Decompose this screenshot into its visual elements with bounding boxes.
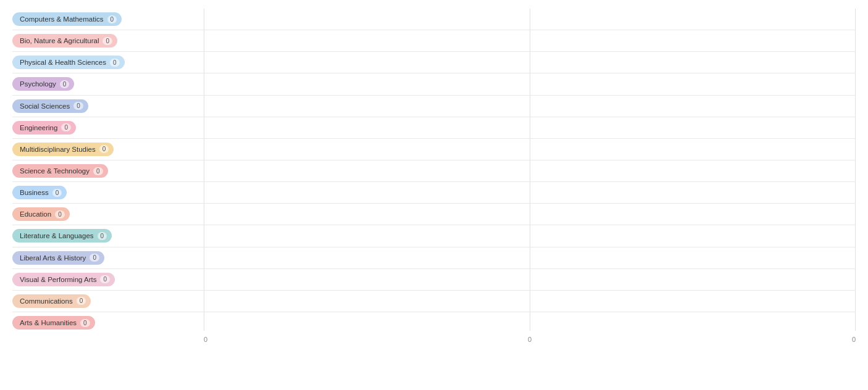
pill-value-psychology: 0 [60, 80, 70, 88]
bar-row-social-sciences: Social Sciences0 [12, 96, 856, 117]
label-area-physical-health: Physical & Health Sciences0 [12, 56, 204, 69]
bar-area-social-sciences [204, 99, 856, 113]
pill-value-education: 0 [55, 210, 65, 218]
pill-label-science-tech: Science & Technology [20, 167, 90, 175]
pill-label-physical-health: Physical & Health Sciences [20, 59, 106, 66]
pill-label-literature-languages: Literature & Languages [20, 232, 94, 239]
label-area-computers-math: Computers & Mathematics0 [12, 12, 204, 26]
bar-row-literature-languages: Literature & Languages0 [12, 225, 856, 247]
pill-value-social-sciences: 0 [73, 102, 83, 110]
pill-label-arts-humanities: Arts & Humanities [20, 319, 77, 326]
pill-label-computers-math: Computers & Mathematics [20, 15, 104, 23]
bar-row-computers-math: Computers & Mathematics0 [12, 9, 856, 30]
bar-row-science-tech: Science & Technology0 [12, 160, 856, 182]
label-area-engineering: Engineering0 [12, 121, 204, 135]
pill-label-visual-performing-arts: Visual & Performing Arts [20, 276, 96, 283]
axis-label-3: 0 [852, 336, 856, 343]
pill-value-business: 0 [52, 189, 62, 197]
pill-value-literature-languages: 0 [98, 232, 107, 240]
label-area-science-tech: Science & Technology0 [12, 164, 204, 178]
bar-row-engineering: Engineering0 [12, 117, 856, 139]
bar-row-education: Education0 [12, 204, 856, 225]
pill-value-arts-humanities: 0 [80, 319, 90, 327]
pill-label-bio-nature: Bio, Nature & Agricultural [20, 37, 99, 44]
bar-pill-social-sciences: Social Sciences0 [12, 99, 88, 113]
chart-container: Computers & Mathematics0Bio, Nature & Ag… [0, 0, 868, 390]
pill-value-engineering: 0 [61, 123, 71, 131]
bar-row-liberal-arts-history: Liberal Arts & History0 [12, 247, 856, 269]
pill-label-psychology: Psychology [20, 80, 56, 88]
label-area-multidisciplinary: Multidisciplinary Studies0 [12, 143, 204, 156]
pill-value-liberal-arts-history: 0 [90, 254, 99, 262]
bar-row-communications: Communications0 [12, 291, 856, 312]
pill-value-computers-math: 0 [107, 15, 117, 23]
pill-label-business: Business [20, 189, 49, 196]
pill-label-social-sciences: Social Sciences [20, 102, 70, 110]
bar-area-literature-languages [204, 229, 856, 243]
pill-label-engineering: Engineering [20, 124, 57, 131]
bar-area-bio-nature [204, 34, 856, 48]
bar-row-physical-health: Physical & Health Sciences0 [12, 52, 856, 73]
pill-value-science-tech: 0 [93, 167, 103, 175]
bar-area-physical-health [204, 56, 856, 69]
label-area-liberal-arts-history: Liberal Arts & History0 [12, 251, 204, 265]
bar-area-psychology [204, 77, 856, 91]
chart-area: Computers & Mathematics0Bio, Nature & Ag… [12, 9, 856, 343]
bar-row-multidisciplinary: Multidisciplinary Studies0 [12, 139, 856, 160]
axis-labels: 0 0 0 [12, 336, 856, 343]
bar-pill-bio-nature: Bio, Nature & Agricultural0 [12, 34, 117, 48]
label-area-literature-languages: Literature & Languages0 [12, 229, 204, 243]
label-area-psychology: Psychology0 [12, 77, 204, 91]
bar-area-visual-performing-arts [204, 273, 856, 286]
bar-pill-arts-humanities: Arts & Humanities0 [12, 316, 95, 330]
bar-area-engineering [204, 121, 856, 135]
bar-area-multidisciplinary [204, 143, 856, 156]
bar-area-business [204, 186, 856, 199]
bar-pill-education: Education0 [12, 207, 70, 221]
bar-row-business: Business0 [12, 182, 856, 204]
bar-area-education [204, 207, 856, 221]
bar-area-computers-math [204, 12, 856, 26]
bar-row-visual-performing-arts: Visual & Performing Arts0 [12, 269, 856, 291]
bar-area-science-tech [204, 164, 856, 178]
bar-pill-literature-languages: Literature & Languages0 [12, 229, 112, 243]
bar-area-arts-humanities [204, 316, 856, 330]
pill-value-physical-health: 0 [110, 59, 120, 67]
bar-row-arts-humanities: Arts & Humanities0 [12, 312, 856, 333]
axis-label-2: 0 [528, 336, 532, 343]
pill-value-bio-nature: 0 [102, 37, 112, 45]
bar-row-bio-nature: Bio, Nature & Agricultural0 [12, 30, 856, 52]
label-area-social-sciences: Social Sciences0 [12, 99, 204, 113]
pill-label-liberal-arts-history: Liberal Arts & History [20, 254, 86, 262]
rows-container: Computers & Mathematics0Bio, Nature & Ag… [12, 9, 856, 333]
bar-pill-visual-performing-arts: Visual & Performing Arts0 [12, 273, 115, 286]
axis-label-1: 0 [204, 336, 207, 343]
bar-pill-business: Business0 [12, 186, 67, 199]
label-area-bio-nature: Bio, Nature & Agricultural0 [12, 34, 204, 48]
bar-pill-physical-health: Physical & Health Sciences0 [12, 56, 125, 69]
pill-value-multidisciplinary: 0 [99, 145, 109, 153]
label-area-visual-performing-arts: Visual & Performing Arts0 [12, 273, 204, 286]
pill-label-communications: Communications [20, 297, 73, 305]
pill-label-multidisciplinary: Multidisciplinary Studies [20, 146, 96, 153]
bar-pill-communications: Communications0 [12, 294, 91, 308]
pill-value-communications: 0 [77, 297, 86, 305]
label-area-communications: Communications0 [12, 294, 204, 308]
pill-label-education: Education [20, 210, 51, 218]
bar-pill-engineering: Engineering0 [12, 121, 76, 135]
bar-pill-science-tech: Science & Technology0 [12, 164, 108, 178]
label-area-arts-humanities: Arts & Humanities0 [12, 316, 204, 330]
bar-row-psychology: Psychology0 [12, 73, 856, 95]
pill-value-visual-performing-arts: 0 [100, 275, 110, 283]
bar-area-communications [204, 294, 856, 308]
bar-area-liberal-arts-history [204, 251, 856, 265]
label-area-education: Education0 [12, 207, 204, 221]
bar-pill-computers-math: Computers & Mathematics0 [12, 12, 122, 26]
bar-pill-liberal-arts-history: Liberal Arts & History0 [12, 251, 104, 265]
bar-pill-psychology: Psychology0 [12, 77, 74, 91]
label-area-business: Business0 [12, 186, 204, 199]
bar-pill-multidisciplinary: Multidisciplinary Studies0 [12, 143, 114, 156]
